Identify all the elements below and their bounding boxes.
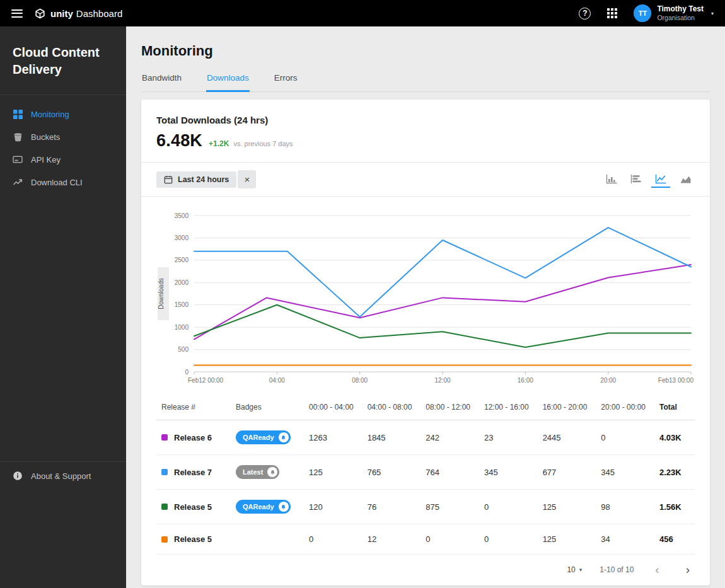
downloads-cell: 0: [420, 524, 479, 555]
column-header: Badges: [231, 393, 304, 420]
line-chart-icon[interactable]: [651, 171, 670, 188]
downloads-cell: 345: [596, 455, 654, 490]
chart-type-toggle: [602, 171, 695, 188]
svg-text:500: 500: [178, 346, 188, 353]
sidebar-item-download-cli[interactable]: Download CLI: [0, 171, 126, 193]
release-table-wrap: Release #Badges00:00 - 04:0004:00 - 08:0…: [141, 393, 710, 555]
tabs: BandwidthDownloadsErrors: [141, 73, 710, 92]
help-icon[interactable]: ?: [579, 8, 591, 20]
svg-text:Feb13 00:00: Feb13 00:00: [658, 377, 694, 384]
page-size-select[interactable]: 10 ▾: [567, 565, 582, 574]
prev-page-button[interactable]: ‹: [651, 563, 663, 575]
table-row: Release 7Latest1257657643456773452.23K: [156, 455, 695, 490]
release-table: Release #Badges00:00 - 04:0004:00 - 08:0…: [156, 393, 695, 555]
downloads-cell: 125: [538, 524, 596, 555]
area-chart-icon[interactable]: [676, 171, 695, 188]
summary-title: Total Downloads (24 hrs): [156, 115, 695, 125]
tab-downloads[interactable]: Downloads: [206, 73, 250, 92]
clear-date-filter-button[interactable]: ×: [238, 170, 256, 188]
svg-text:1500: 1500: [175, 301, 189, 308]
brand-suffix: Dashboard: [76, 8, 122, 19]
downloads-cell: 34: [596, 524, 654, 555]
downloads-cell: 12: [362, 524, 421, 555]
release-badge-qaready[interactable]: QAReady: [236, 430, 291, 444]
page-size-value: 10: [567, 565, 575, 574]
downloads-cell: 242: [420, 420, 479, 455]
downloads-cell: 764: [420, 455, 479, 490]
sidebar-footer-label: About & Support: [31, 471, 91, 481]
svg-text:0: 0: [185, 369, 188, 376]
page-title: Monitoring: [141, 43, 710, 59]
filter-bar: Last 24 hours ×: [141, 162, 710, 196]
horizontal-bar-chart-icon[interactable]: [627, 171, 646, 188]
downloads-cell: 0: [479, 524, 538, 555]
sidebar-item-buckets[interactable]: Buckets: [0, 125, 126, 148]
downloads-cell: 0: [304, 524, 362, 555]
summary-delta: +1.2K: [209, 139, 229, 148]
api-key-icon: [13, 154, 23, 164]
top-bar: unity Dashboard ? TT Timothy Test Organi…: [0, 0, 725, 26]
pagination: 10 ▾ 1-10 of 10 ‹ ›: [141, 555, 710, 585]
main-content: Monitoring BandwidthDownloadsErrors Tota…: [126, 26, 725, 588]
downloads-cell: 76: [362, 490, 421, 524]
downloads-cell: 125: [304, 455, 362, 490]
downloads-cell: 0: [479, 490, 538, 524]
sidebar-item-monitoring[interactable]: Monitoring: [0, 103, 126, 125]
summary-value: 6.48K: [156, 131, 202, 151]
unity-home-link[interactable]: unity Dashboard: [34, 8, 122, 20]
svg-text:2000: 2000: [175, 279, 189, 286]
table-row: Release 5QAReady120768750125981.56K: [156, 490, 695, 524]
next-page-button[interactable]: ›: [682, 563, 693, 575]
svg-text:1000: 1000: [175, 324, 189, 331]
series-color-swatch: [161, 469, 168, 475]
column-header: 20:00 - 00:00: [596, 393, 654, 420]
release-badge-qaready[interactable]: QAReady: [236, 500, 291, 514]
monitoring-grid-icon: [13, 109, 23, 119]
downloads-cell: 677: [538, 455, 596, 490]
sidebar-item-api-key[interactable]: API Key: [0, 148, 126, 171]
svg-text:16:00: 16:00: [518, 377, 533, 384]
tab-errors[interactable]: Errors: [274, 73, 298, 92]
caret-down-icon: ▾: [579, 567, 583, 573]
column-header: Total: [654, 393, 695, 420]
table-row: Release 50120012534456: [156, 524, 695, 555]
badge-label: QAReady: [243, 434, 274, 441]
svg-text:04:00: 04:00: [269, 377, 285, 384]
column-header: 08:00 - 12:00: [420, 393, 479, 420]
brand-name: unity: [50, 8, 73, 19]
hamburger-menu-icon[interactable]: [11, 9, 23, 18]
series-color-swatch: [161, 536, 168, 543]
table-row: Release 6QAReady1263184524223244504.03K: [156, 420, 695, 455]
downloads-cell: 875: [420, 490, 479, 524]
svg-text:3000: 3000: [175, 234, 189, 241]
sidebar-nav: MonitoringBucketsAPI KeyDownload CLI: [0, 95, 126, 193]
unity-logo-icon: [34, 8, 46, 20]
total-cell: 2.23K: [654, 455, 695, 490]
downloads-cell: 2445: [538, 420, 596, 455]
series-color-swatch: [161, 434, 168, 441]
bell-icon: [279, 502, 289, 512]
bar-chart-icon[interactable]: [602, 171, 621, 188]
user-organisation: Organisation: [657, 14, 704, 22]
release-name: Release 5: [174, 502, 212, 512]
avatar: TT: [634, 4, 651, 22]
svg-text:3500: 3500: [175, 212, 189, 219]
release-name: Release 5: [174, 534, 212, 544]
sidebar-item-label: Monitoring: [31, 110, 69, 119]
release-name: Release 6: [174, 433, 212, 442]
svg-text:20:00: 20:00: [600, 377, 616, 384]
chart-section: 0500100015002000250030003500Feb12 00:000…: [141, 196, 710, 393]
sidebar-item-about-support[interactable]: About & Support: [0, 461, 126, 490]
date-range-chip[interactable]: Last 24 hours: [156, 171, 236, 188]
total-cell: 1.56K: [654, 490, 695, 524]
user-meta: Timothy Test Organisation: [657, 4, 704, 22]
summary-section: Total Downloads (24 hrs) 6.48K +1.2K vs.…: [141, 100, 710, 162]
badge-label: QAReady: [243, 503, 274, 510]
downloads-cell: 1263: [304, 420, 362, 455]
caret-down-icon: ▾: [711, 11, 714, 16]
apps-grid-icon[interactable]: [607, 8, 617, 18]
release-badge-latest[interactable]: Latest: [236, 465, 279, 479]
tab-bandwidth[interactable]: Bandwidth: [141, 73, 182, 92]
calendar-icon: [164, 175, 173, 184]
user-menu[interactable]: TT Timothy Test Organisation ▾: [634, 4, 714, 22]
